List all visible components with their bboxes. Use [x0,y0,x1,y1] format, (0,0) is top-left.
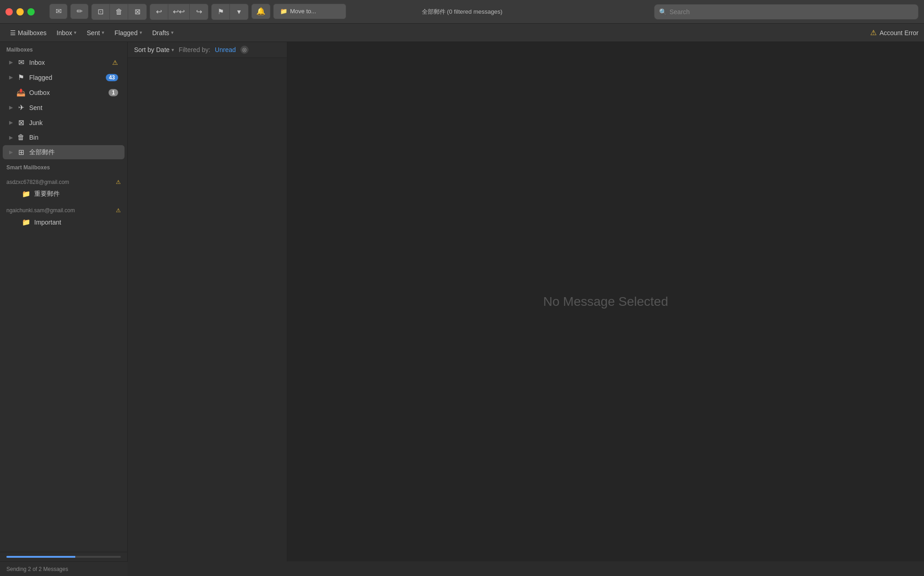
sidebar-toggle-icon: ☰ [10,29,16,37]
chevron-down-icon: ▾ [140,30,142,36]
chevron-right-icon: ▶ [9,120,15,126]
search-input[interactable] [670,8,914,16]
folder-icon: 📁 [22,190,31,198]
flagged-badge: 43 [106,74,118,81]
chevron-right-icon: ▶ [9,59,15,65]
junk-label: Junk [29,119,118,126]
account-1-email: asdzxc67828@gmail.com [6,179,69,185]
outbox-badge: 1 [109,89,118,96]
drafts-menu[interactable]: Drafts ▾ [148,27,178,38]
sidebar-item-sent[interactable]: ▶ ✈ Sent [3,100,125,115]
important1-label: 重要郵件 [34,190,60,198]
folder-icon: 📁 [22,218,31,226]
main-layout: Mailboxes ▶ ✉ Inbox ⚠ ▶ ⚑ Flagged 43 ▶ 📤… [0,42,924,561]
compose-button[interactable]: ✏ [70,4,88,19]
sidebar-item-all-mail[interactable]: ▶ ⊞ 全部郵件 [3,145,125,159]
warning-icon: ⚠ [116,207,121,214]
close-button[interactable] [5,8,13,16]
sidebar-item-outbox[interactable]: ▶ 📤 Outbox 1 [3,85,125,99]
warning-icon: ⚠ [112,59,118,66]
move-icon: 📁 [280,8,287,15]
sent-label: Sent [29,104,118,111]
sent-menu[interactable]: Sent ▾ [82,27,109,38]
warning-icon: ⚠ [116,179,121,185]
archive-delete-group: ⊡ 🗑 ⊠ [91,4,147,20]
mailboxes-menu[interactable]: ☰ Mailboxes [5,27,51,38]
filter-label: Filtered by: [179,46,210,53]
chevron-down-icon: ▾ [171,30,174,36]
chevron-right-icon: ▶ [9,105,15,110]
filter-clear-button[interactable]: ⊗ [240,46,249,54]
flag-button[interactable]: ⚑ [212,4,230,20]
traffic-lights [5,8,35,16]
forward-button[interactable]: ↪ [190,4,208,20]
email-list-pane: Sort by Date ▾ Filtered by: Unread ⊗ [128,42,287,561]
all-mail-icon: ⊞ [16,148,26,157]
sort-label: Sort by Date [134,46,170,53]
chevron-right-icon: ▶ [9,74,15,80]
account-2-email: ngaichunki.sam@gmail.com [6,207,75,214]
all-mail-label: 全部郵件 [29,148,118,157]
account-2: ngaichunki.sam@gmail.com ⚠ [0,204,127,215]
sidebar-bottom [0,552,127,561]
window-title: 全部郵件 (0 filtered messages) [422,8,503,16]
chevron-down-icon: ▾ [74,30,77,36]
chevron-right-icon: ▶ [9,149,15,155]
search-icon: 🔍 [659,8,667,16]
chevron-right-icon: ▶ [9,135,15,141]
filter-value: Unread [215,46,236,53]
sidebar-item-important1[interactable]: 📁 重要郵件 [3,188,125,200]
email-list-body [128,58,287,561]
delete-button[interactable]: 🗑 [110,4,128,20]
sidebar-item-junk[interactable]: ▶ ⊠ Junk [3,115,125,130]
progress-bar [6,556,121,558]
move-to-label: Move to... [290,8,316,15]
flag-icon: ⚑ [16,73,26,82]
minimize-button[interactable] [16,8,24,16]
inbox-label: Inbox [29,59,112,66]
progress-bar-fill [6,556,75,558]
sidebar-item-inbox[interactable]: ▶ ✉ Inbox ⚠ [3,55,125,69]
chevron-down-icon: ▾ [102,30,104,36]
reply-button[interactable]: ↩ [150,4,168,20]
status-label: Sending 2 of 2 Messages [6,566,68,572]
no-message-label: No Message Selected [543,294,668,309]
bin-label: Bin [29,134,118,141]
sort-button[interactable]: Sort by Date ▾ [134,46,174,53]
toolbar: ✉ ✏ ⊡ 🗑 ⊠ ↩ ↩↩ ↪ ⚑ ▾ 🔔 📁 Move to... [49,4,346,20]
search-box[interactable]: 🔍 [654,4,919,20]
move-to-button[interactable]: 📁 Move to... [273,4,346,19]
junk-icon: ⊠ [16,118,26,127]
reply-all-button[interactable]: ↩↩ [168,4,190,20]
bin-icon: 🗑 [16,133,26,141]
outbox-label: Outbox [29,89,109,96]
account-1: asdzxc67828@gmail.com ⚠ [0,175,127,187]
smart-mailboxes-heading: Smart Mailboxes [0,160,127,173]
account-error[interactable]: ⚠ Account Error [870,28,919,37]
menu-bar: ☰ Mailboxes Inbox ▾ Sent ▾ Flagged ▾ Dra… [0,24,924,42]
mailboxes-heading: Mailboxes [0,42,127,55]
inbox-icon: ✉ [16,58,26,67]
flagged-label: Flagged [29,74,106,81]
title-bar: ✉ ✏ ⊡ 🗑 ⊠ ↩ ↩↩ ↪ ⚑ ▾ 🔔 📁 Move to... 全部郵件… [0,0,924,24]
archive-button[interactable]: ⊡ [92,4,110,20]
outbox-icon: 📤 [16,88,26,97]
sidebar-item-important2[interactable]: 📁 Important [3,216,125,229]
flag-dropdown-button[interactable]: ▾ [230,4,248,20]
sidebar: Mailboxes ▶ ✉ Inbox ⚠ ▶ ⚑ Flagged 43 ▶ 📤… [0,42,128,561]
email-list-header: Sort by Date ▾ Filtered by: Unread ⊗ [128,42,287,58]
junk-button[interactable]: ⊠ [128,4,146,20]
get-mail-button[interactable]: ✉ [49,4,67,19]
detail-pane: No Message Selected [287,42,924,561]
sidebar-item-flagged[interactable]: ▶ ⚑ Flagged 43 [3,70,125,84]
sent-icon: ✈ [16,103,26,112]
flagged-menu[interactable]: Flagged ▾ [110,27,147,38]
remind-button[interactable]: 🔔 [251,4,270,19]
chevron-down-icon: ▾ [171,47,174,53]
maximize-button[interactable] [27,8,35,16]
inbox-menu[interactable]: Inbox ▾ [52,27,81,38]
reply-group: ↩ ↩↩ ↪ [150,4,208,20]
sidebar-item-bin[interactable]: ▶ 🗑 Bin [3,131,125,144]
warning-icon: ⚠ [870,28,877,37]
status-bar: Sending 2 of 2 Messages [0,561,128,576]
